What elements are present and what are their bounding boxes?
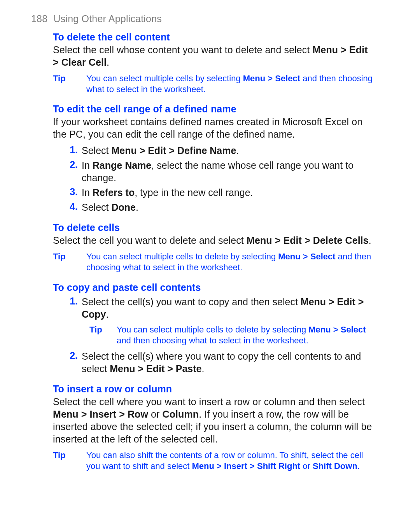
- para-delete-cells: Select the cell you want to delete and s…: [53, 234, 373, 247]
- document-page: 188 Using Other Applications To delete t…: [0, 0, 420, 516]
- heading-delete-cell-content: To delete the cell content: [53, 31, 373, 43]
- para-delete-cell-content: Select the cell whose content you want t…: [53, 44, 373, 68]
- page-number: 188: [31, 13, 47, 24]
- tip-label: Tip: [53, 450, 86, 461]
- page-content: To delete the cell content Select the ce…: [53, 31, 373, 472]
- step-text: Select Done.: [82, 201, 138, 213]
- nested-tip: TipYou can select multiple cells to dele…: [89, 324, 373, 346]
- step-text: Select the cell(s) you want to copy and …: [82, 296, 373, 320]
- section-name: Using Other Applications: [53, 13, 162, 24]
- tip-label: Tip: [53, 73, 86, 84]
- list-item: 1.Select Menu > Edit > Define Name.: [65, 144, 373, 157]
- heading-insert-row-column: To insert a row or column: [53, 383, 373, 395]
- steps-copy-paste: 1.Select the cell(s) you want to copy an…: [65, 296, 373, 375]
- heading-delete-cells: To delete cells: [53, 222, 373, 233]
- step-text: In Range Name, select the name whose cel…: [82, 159, 373, 184]
- tip-text: You can also shift the contents of a row…: [86, 450, 373, 472]
- tip-text: You can select multiple cells to delete …: [86, 251, 373, 273]
- para-insert-row-column: Select the cell where you want to insert…: [53, 395, 373, 445]
- list-item: 3.In Refers to, type in the new cell ran…: [65, 186, 373, 199]
- list-item: 2.Select the cell(s) where you want to c…: [65, 350, 373, 375]
- tip-label: Tip: [53, 251, 86, 262]
- step-number: 2.: [65, 159, 78, 170]
- heading-edit-cell-range: To edit the cell range of a defined name: [53, 103, 373, 115]
- tip-label: Tip: [89, 324, 117, 335]
- step-text: Select Menu > Edit > Define Name.: [82, 144, 239, 157]
- list-item: 2.In Range Name, select the name whose c…: [65, 159, 373, 184]
- step-number: 4.: [65, 201, 78, 212]
- tip-text: You can select multiple cells to delete …: [117, 324, 373, 346]
- para-edit-cell-range: If your worksheet contains defined names…: [53, 115, 373, 140]
- steps-edit-cell-range: 1.Select Menu > Edit > Define Name.2.In …: [65, 144, 373, 213]
- list-item: 1.Select the cell(s) you want to copy an…: [65, 296, 373, 320]
- tip-delete-cell-content: Tip You can select multiple cells by sel…: [53, 73, 373, 95]
- step-text: Select the cell(s) where you want to cop…: [82, 350, 373, 375]
- tip-insert-row-column: Tip You can also shift the contents of a…: [53, 450, 373, 472]
- list-item: 4.Select Done.: [65, 201, 373, 213]
- step-number: 1.: [65, 144, 78, 156]
- step-number: 2.: [65, 350, 78, 361]
- step-number: 1.: [65, 296, 78, 307]
- tip-delete-cells: Tip You can select multiple cells to del…: [53, 251, 373, 273]
- tip-text: You can select multiple cells by selecti…: [86, 73, 373, 95]
- heading-copy-paste: To copy and paste cell contents: [53, 282, 373, 293]
- step-number: 3.: [65, 186, 78, 198]
- step-text: In Refers to, type in the new cell range…: [82, 186, 253, 199]
- running-header: 188 Using Other Applications: [31, 13, 389, 24]
